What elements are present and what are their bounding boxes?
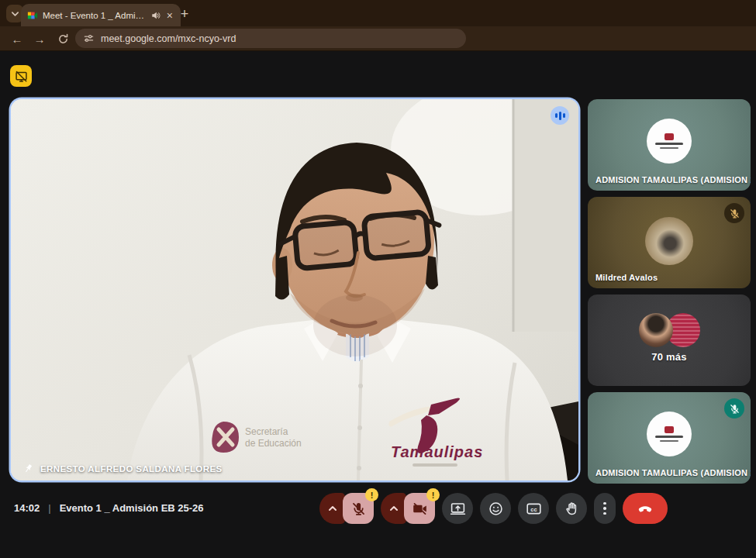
camera-options-button[interactable]: [381, 493, 406, 524]
avatar: [647, 412, 692, 456]
chest-logo-text-1: Secretaría: [245, 426, 288, 437]
tab-title: Meet - Evento 1 _ Admisión: [43, 11, 147, 20]
camera-control: !: [381, 493, 435, 524]
more-dots-icon: [603, 502, 606, 505]
participant-name-text: ERNESTO ALFREDO SALDANA FLORES: [40, 464, 223, 474]
tab-strip: Meet - Evento 1 _ Admisión × +: [0, 0, 756, 26]
participant-label: ADMISION TAMAULIPAS (ADMISION 1): [595, 175, 751, 184]
divider: |: [48, 502, 50, 514]
chevron-down-icon: [11, 11, 19, 17]
presentation-off-icon: [15, 70, 28, 83]
browser-tab[interactable]: Meet - Evento 1 _ Admisión ×: [21, 4, 181, 26]
participant-tile-overflow[interactable]: 70 más: [588, 294, 751, 386]
captions-icon: cc: [526, 501, 542, 517]
meet-favicon-icon: [27, 10, 38, 21]
mic-off-icon: [350, 501, 367, 517]
more-options-button[interactable]: [594, 493, 616, 524]
participant-label: ADMISION TAMAULIPAS (ADMISION 1): [595, 468, 751, 477]
address-bar[interactable]: meet.google.com/mxc-ncyo-vrd: [75, 29, 466, 48]
mic-warning-badge: !: [365, 488, 378, 501]
main-video-tile[interactable]: Secretaría de Educación Tamaulipas ERNES…: [11, 99, 578, 480]
mic-button[interactable]: !: [343, 493, 374, 524]
present-button[interactable]: [442, 493, 473, 524]
mic-muted-badge: [724, 398, 744, 418]
end-call-icon: [637, 500, 654, 517]
svg-text:cc: cc: [530, 505, 537, 512]
participant-tile-admision-2[interactable]: ADMISION TAMAULIPAS (ADMISION 1): [588, 392, 751, 484]
back-button[interactable]: ←: [8, 29, 26, 48]
overflow-count-label: 70 más: [588, 351, 751, 363]
clock: 14:02: [14, 502, 40, 514]
mic-options-button[interactable]: [319, 493, 345, 524]
chest-logo-text-2: de Educación: [245, 438, 302, 449]
tab-audio-icon[interactable]: [151, 11, 161, 20]
avatar: [647, 119, 692, 164]
reload-icon: [57, 33, 69, 45]
end-call-button[interactable]: [623, 493, 668, 524]
camera-warning-badge: !: [426, 488, 440, 501]
participant-tile-admision-1[interactable]: ADMISION TAMAULIPAS (ADMISION 1): [588, 99, 751, 191]
participant-video: Secretaría de Educación Tamaulipas: [11, 99, 578, 480]
present-screen-icon: [450, 501, 466, 517]
participant-name-label: ERNESTO ALFREDO SALDANA FLORES: [23, 463, 223, 474]
chevron-up-icon: [389, 505, 399, 512]
call-controls: ! ! cc: [319, 493, 668, 524]
camera-off-icon: [412, 501, 428, 517]
browser-window: Meet - Evento 1 _ Admisión × + ← → meet.…: [0, 0, 756, 558]
participant-label: Mildred Avalos: [595, 273, 658, 282]
chevron-up-icon: [328, 505, 337, 512]
tab-close-icon[interactable]: ×: [165, 10, 174, 21]
pin-icon: [23, 463, 33, 474]
forward-button[interactable]: →: [30, 29, 49, 48]
browser-toolbar: ← → meet.google.com/mxc-ncyo-vrd: [0, 26, 756, 51]
captions-button[interactable]: cc: [518, 493, 549, 524]
emoji-icon: [488, 501, 504, 517]
avatar: [639, 313, 673, 347]
meeting-title: Evento 1 _ Admisión EB 25-26: [60, 502, 204, 514]
mic-control: !: [319, 493, 374, 524]
camera-button[interactable]: !: [404, 493, 435, 524]
participant-tile-mildred[interactable]: Mildred Avalos: [588, 197, 751, 288]
avatar: [645, 217, 693, 265]
raise-hand-button[interactable]: [556, 493, 587, 524]
site-settings-icon[interactable]: [84, 33, 94, 43]
mic-off-icon: [729, 208, 740, 219]
meeting-info: 14:02 | Evento 1 _ Admisión EB 25-26: [14, 502, 204, 514]
raise-hand-icon: [564, 501, 580, 517]
url-text: meet.google.com/mxc-ncyo-vrd: [101, 33, 236, 44]
presentation-off-button[interactable]: [10, 65, 32, 87]
new-tab-button[interactable]: +: [175, 5, 194, 23]
audio-activity-indicator: [551, 106, 569, 125]
shirt-logo-text: Tamaulipas: [391, 443, 483, 460]
mic-muted-badge: [724, 203, 744, 223]
reload-button[interactable]: [54, 29, 72, 48]
avatar-group: [588, 313, 751, 347]
mic-off-icon: [729, 403, 740, 415]
emoji-reaction-button[interactable]: [480, 493, 511, 524]
